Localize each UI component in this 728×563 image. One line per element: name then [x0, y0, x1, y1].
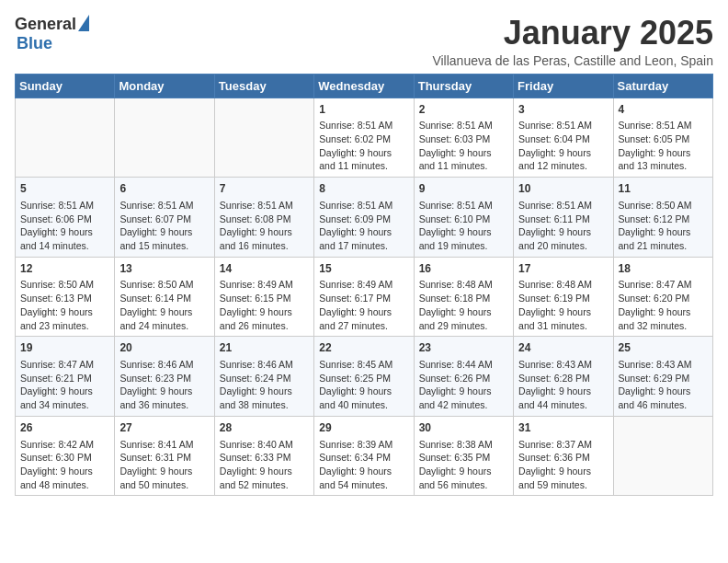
sunset-text: Sunset: 6:07 PM [119, 213, 209, 226]
calendar-cell: 18Sunrise: 8:47 AMSunset: 6:20 PMDayligh… [613, 257, 712, 337]
calendar-header-row: SundayMondayTuesdayWednesdayThursdayFrid… [16, 74, 713, 98]
calendar-cell: 29Sunrise: 8:39 AMSunset: 6:34 PMDayligh… [314, 416, 414, 496]
sunrise-text: Sunrise: 8:51 AM [518, 119, 608, 132]
day-of-week-header: Friday [514, 74, 613, 98]
daylight-text: Daylight: 9 hours and 56 minutes. [419, 465, 508, 491]
daylight-text: Daylight: 9 hours and 23 minutes. [20, 305, 109, 332]
sunset-text: Sunset: 6:09 PM [319, 213, 408, 226]
daylight-text: Daylight: 9 hours and 15 minutes. [119, 225, 209, 252]
calendar-cell: 22Sunrise: 8:45 AMSunset: 6:25 PMDayligh… [314, 337, 414, 417]
day-number: 16 [419, 261, 508, 277]
day-number: 17 [518, 261, 608, 277]
day-number: 9 [419, 181, 508, 197]
daylight-text: Daylight: 9 hours and 17 minutes. [319, 225, 408, 252]
daylight-text: Daylight: 9 hours and 12 minutes. [518, 146, 608, 173]
daylight-text: Daylight: 9 hours and 40 minutes. [319, 385, 408, 411]
day-number: 29 [319, 420, 408, 436]
daylight-text: Daylight: 9 hours and 21 minutes. [619, 225, 708, 252]
location-subtitle: Villanueva de las Peras, Castille and Le… [432, 53, 713, 68]
daylight-text: Daylight: 9 hours and 38 minutes. [220, 385, 309, 411]
sunset-text: Sunset: 6:13 PM [20, 292, 109, 305]
day-number: 24 [518, 340, 608, 356]
calendar-cell [16, 98, 115, 178]
day-number: 6 [119, 181, 209, 197]
calendar-cell: 19Sunrise: 8:47 AMSunset: 6:21 PMDayligh… [16, 337, 115, 417]
daylight-text: Daylight: 9 hours and 27 minutes. [319, 305, 408, 332]
day-number: 11 [619, 181, 708, 197]
sunrise-text: Sunrise: 8:45 AM [319, 358, 408, 372]
daylight-text: Daylight: 9 hours and 26 minutes. [220, 305, 309, 332]
day-number: 14 [220, 261, 309, 277]
sunset-text: Sunset: 6:15 PM [220, 292, 309, 305]
day-of-week-header: Saturday [613, 74, 712, 98]
calendar-cell: 28Sunrise: 8:40 AMSunset: 6:33 PMDayligh… [214, 416, 313, 496]
daylight-text: Daylight: 9 hours and 11 minutes. [419, 146, 508, 173]
day-of-week-header: Sunday [16, 74, 115, 98]
day-of-week-header: Tuesday [214, 74, 313, 98]
sunrise-text: Sunrise: 8:44 AM [419, 358, 508, 372]
sunset-text: Sunset: 6:30 PM [20, 451, 109, 465]
daylight-text: Daylight: 9 hours and 29 minutes. [419, 305, 508, 332]
sunrise-text: Sunrise: 8:43 AM [518, 358, 608, 372]
sunset-text: Sunset: 6:25 PM [319, 372, 408, 385]
daylight-text: Daylight: 9 hours and 44 minutes. [518, 385, 608, 411]
daylight-text: Daylight: 9 hours and 13 minutes. [619, 146, 708, 173]
day-number: 22 [319, 340, 408, 356]
calendar-cell: 15Sunrise: 8:49 AMSunset: 6:17 PMDayligh… [314, 257, 414, 337]
calendar-cell: 6Sunrise: 8:51 AMSunset: 6:07 PMDaylight… [115, 178, 214, 258]
daylight-text: Daylight: 9 hours and 11 minutes. [319, 146, 408, 173]
day-number: 21 [220, 340, 309, 356]
sunrise-text: Sunrise: 8:51 AM [220, 199, 309, 213]
sunset-text: Sunset: 6:20 PM [619, 292, 708, 305]
daylight-text: Daylight: 9 hours and 32 minutes. [619, 305, 708, 332]
sunrise-text: Sunrise: 8:51 AM [319, 199, 408, 213]
day-number: 15 [319, 261, 408, 277]
sunset-text: Sunset: 6:33 PM [220, 451, 309, 465]
day-of-week-header: Thursday [414, 74, 513, 98]
sunset-text: Sunset: 6:17 PM [319, 292, 408, 305]
calendar-cell: 12Sunrise: 8:50 AMSunset: 6:13 PMDayligh… [16, 257, 115, 337]
sunrise-text: Sunrise: 8:51 AM [319, 119, 408, 132]
day-number: 10 [518, 181, 608, 197]
calendar-cell: 5Sunrise: 8:51 AMSunset: 6:06 PMDaylight… [16, 178, 115, 258]
daylight-text: Daylight: 9 hours and 34 minutes. [20, 385, 109, 411]
calendar-cell: 7Sunrise: 8:51 AMSunset: 6:08 PMDaylight… [214, 178, 313, 258]
sunrise-text: Sunrise: 8:48 AM [518, 278, 608, 292]
daylight-text: Daylight: 9 hours and 50 minutes. [119, 465, 209, 491]
sunrise-text: Sunrise: 8:47 AM [619, 278, 708, 292]
day-of-week-header: Wednesday [314, 74, 414, 98]
calendar-cell: 4Sunrise: 8:51 AMSunset: 6:05 PMDaylight… [613, 98, 712, 178]
calendar-cell: 21Sunrise: 8:46 AMSunset: 6:24 PMDayligh… [214, 337, 313, 417]
day-number: 13 [119, 261, 209, 277]
daylight-text: Daylight: 9 hours and 36 minutes. [119, 385, 209, 411]
sunset-text: Sunset: 6:34 PM [319, 451, 408, 465]
daylight-text: Daylight: 9 hours and 52 minutes. [220, 465, 309, 491]
day-number: 5 [20, 181, 109, 197]
sunrise-text: Sunrise: 8:51 AM [619, 119, 708, 132]
sunset-text: Sunset: 6:35 PM [419, 451, 508, 465]
calendar-cell: 31Sunrise: 8:37 AMSunset: 6:36 PMDayligh… [514, 416, 613, 496]
calendar-cell: 10Sunrise: 8:51 AMSunset: 6:11 PMDayligh… [514, 178, 613, 258]
daylight-text: Daylight: 9 hours and 31 minutes. [518, 305, 608, 332]
day-number: 19 [20, 340, 109, 356]
sunrise-text: Sunrise: 8:42 AM [20, 438, 109, 452]
calendar-cell: 2Sunrise: 8:51 AMSunset: 6:03 PMDaylight… [414, 98, 513, 178]
sunrise-text: Sunrise: 8:39 AM [319, 438, 408, 452]
sunset-text: Sunset: 6:06 PM [20, 213, 109, 226]
sunset-text: Sunset: 6:04 PM [518, 132, 608, 146]
day-number: 31 [518, 420, 608, 436]
day-number: 26 [20, 420, 109, 436]
day-number: 28 [220, 420, 309, 436]
sunset-text: Sunset: 6:36 PM [518, 451, 608, 465]
sunrise-text: Sunrise: 8:41 AM [119, 438, 209, 452]
calendar-cell [214, 98, 313, 178]
calendar-week-row: 19Sunrise: 8:47 AMSunset: 6:21 PMDayligh… [16, 337, 713, 417]
logo-blue-text: Blue [17, 34, 52, 53]
day-number: 12 [20, 261, 109, 277]
calendar-cell: 23Sunrise: 8:44 AMSunset: 6:26 PMDayligh… [414, 337, 513, 417]
sunrise-text: Sunrise: 8:51 AM [419, 119, 508, 132]
calendar-cell: 11Sunrise: 8:50 AMSunset: 6:12 PMDayligh… [613, 178, 712, 258]
day-number: 8 [319, 181, 408, 197]
sunset-text: Sunset: 6:29 PM [619, 372, 708, 385]
logo: General Blue [15, 15, 89, 53]
